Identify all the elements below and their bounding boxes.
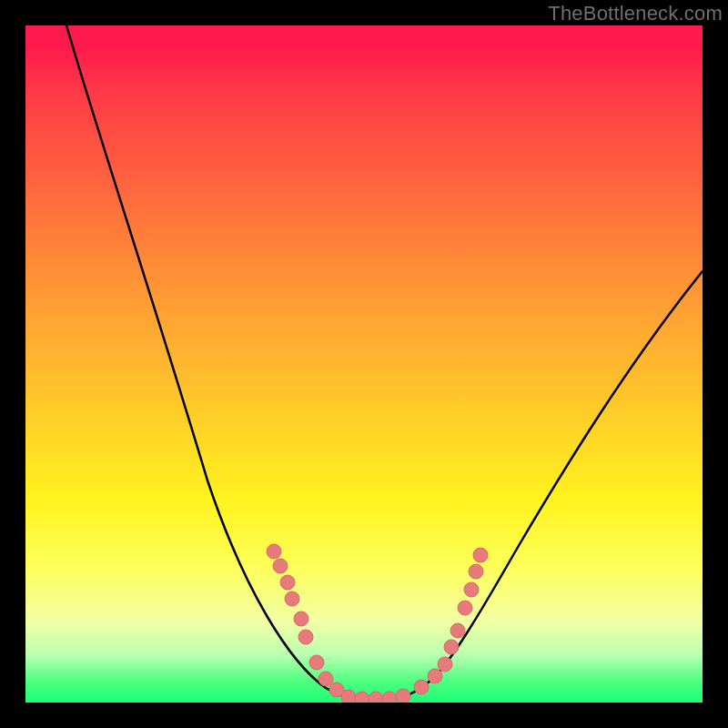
watermark-text: TheBottleneck.com (548, 2, 723, 25)
marker-dot (267, 544, 281, 559)
marker-dot (469, 564, 483, 579)
marker-dot (444, 640, 459, 654)
marker-dot (273, 559, 288, 573)
marker-dot (414, 680, 429, 694)
marker-dot (285, 592, 299, 606)
marker-dot (341, 690, 356, 703)
marker-dot (450, 623, 465, 638)
plot-area (25, 25, 703, 703)
marker-dot (309, 655, 324, 670)
marker-dot (473, 548, 488, 562)
marker-group (267, 544, 488, 703)
marker-dot (355, 692, 369, 703)
marker-dot (438, 657, 452, 672)
marker-dot (369, 692, 383, 703)
marker-dot (294, 612, 308, 626)
marker-dot (464, 582, 479, 597)
marker-dot (318, 672, 333, 686)
marker-dot (280, 575, 295, 590)
marker-dot (396, 689, 410, 703)
marker-dot (458, 601, 472, 615)
marker-dot (428, 669, 442, 683)
marker-dot (298, 630, 313, 644)
markers-svg (25, 25, 703, 703)
marker-dot (382, 692, 397, 703)
